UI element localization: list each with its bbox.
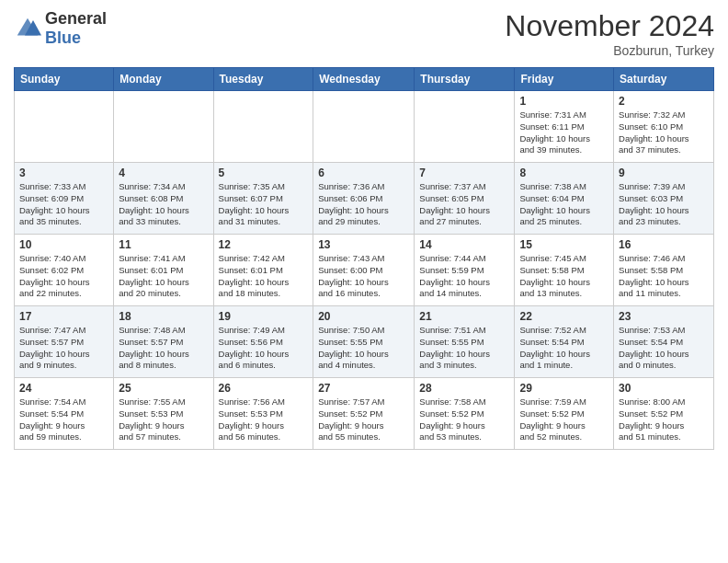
day-info: Sunrise: 7:49 AM Sunset: 5:56 PM Dayligh… [219, 325, 309, 372]
day-info: Sunrise: 7:58 AM Sunset: 5:52 PM Dayligh… [419, 396, 509, 443]
day-number: 12 [219, 238, 309, 251]
day-number: 13 [318, 238, 409, 251]
day-number: 7 [419, 167, 509, 179]
calendar: SundayMondayTuesdayWednesdayThursdayFrid… [14, 67, 714, 450]
weekday-wednesday: Wednesday [313, 68, 415, 91]
day-number: 22 [519, 310, 609, 323]
day-cell: 19Sunrise: 7:49 AM Sunset: 5:56 PM Dayli… [213, 306, 313, 378]
day-cell [313, 91, 415, 163]
day-cell: 27Sunrise: 7:57 AM Sunset: 5:52 PM Dayli… [313, 378, 415, 450]
logo-general: General [45, 9, 107, 29]
day-cell: 7Sunrise: 7:37 AM Sunset: 6:05 PM Daylig… [415, 163, 515, 235]
logo: General Blue [14, 9, 107, 48]
day-info: Sunrise: 7:45 AM Sunset: 5:58 PM Dayligh… [519, 253, 609, 300]
weekday-saturday: Saturday [614, 68, 714, 91]
day-cell: 2Sunrise: 7:32 AM Sunset: 6:10 PM Daylig… [614, 91, 714, 163]
logo-text: General Blue [45, 9, 107, 48]
day-cell: 22Sunrise: 7:52 AM Sunset: 5:54 PM Dayli… [515, 306, 614, 378]
day-number: 30 [619, 382, 709, 395]
day-number: 6 [318, 167, 409, 179]
day-number: 21 [419, 310, 509, 323]
weekday-tuesday: Tuesday [213, 68, 313, 91]
day-number: 19 [219, 310, 309, 323]
day-number: 10 [19, 238, 108, 251]
day-number: 20 [318, 310, 409, 323]
day-number: 27 [318, 382, 409, 395]
weekday-monday: Monday [114, 68, 213, 91]
day-number: 28 [419, 382, 509, 395]
day-cell: 20Sunrise: 7:50 AM Sunset: 5:55 PM Dayli… [313, 306, 415, 378]
day-number: 9 [619, 167, 709, 179]
day-cell: 18Sunrise: 7:48 AM Sunset: 5:57 PM Dayli… [114, 306, 213, 378]
day-info: Sunrise: 7:38 AM Sunset: 6:04 PM Dayligh… [519, 181, 609, 228]
day-info: Sunrise: 7:36 AM Sunset: 6:06 PM Dayligh… [318, 181, 409, 228]
week-row-2: 10Sunrise: 7:40 AM Sunset: 6:02 PM Dayli… [15, 235, 714, 306]
logo-blue: Blue [45, 29, 107, 48]
day-number: 8 [519, 167, 609, 179]
day-number: 5 [219, 167, 309, 179]
day-cell: 21Sunrise: 7:51 AM Sunset: 5:55 PM Dayli… [415, 306, 515, 378]
day-number: 2 [619, 95, 709, 108]
day-info: Sunrise: 8:00 AM Sunset: 5:52 PM Dayligh… [619, 396, 709, 443]
month-title: November 2024 [505, 9, 714, 43]
day-info: Sunrise: 7:32 AM Sunset: 6:10 PM Dayligh… [619, 109, 709, 156]
week-row-4: 24Sunrise: 7:54 AM Sunset: 5:54 PM Dayli… [15, 378, 714, 450]
day-info: Sunrise: 7:50 AM Sunset: 5:55 PM Dayligh… [318, 325, 409, 372]
day-info: Sunrise: 7:37 AM Sunset: 6:05 PM Dayligh… [419, 181, 509, 228]
day-cell [114, 91, 213, 163]
day-cell: 6Sunrise: 7:36 AM Sunset: 6:06 PM Daylig… [313, 163, 415, 235]
day-info: Sunrise: 7:48 AM Sunset: 5:57 PM Dayligh… [119, 325, 208, 372]
day-number: 23 [619, 310, 709, 323]
location: Bozburun, Turkey [505, 43, 714, 58]
day-number: 24 [19, 382, 108, 395]
day-info: Sunrise: 7:39 AM Sunset: 6:03 PM Dayligh… [619, 181, 709, 228]
day-info: Sunrise: 7:47 AM Sunset: 5:57 PM Dayligh… [19, 325, 108, 372]
day-cell: 15Sunrise: 7:45 AM Sunset: 5:58 PM Dayli… [515, 235, 614, 306]
day-info: Sunrise: 7:53 AM Sunset: 5:54 PM Dayligh… [619, 325, 709, 372]
day-number: 16 [619, 238, 709, 251]
day-number: 29 [519, 382, 609, 395]
day-info: Sunrise: 7:42 AM Sunset: 6:01 PM Dayligh… [219, 253, 309, 300]
day-info: Sunrise: 7:31 AM Sunset: 6:11 PM Dayligh… [519, 109, 609, 156]
day-info: Sunrise: 7:54 AM Sunset: 5:54 PM Dayligh… [19, 396, 108, 443]
day-info: Sunrise: 7:51 AM Sunset: 5:55 PM Dayligh… [419, 325, 509, 372]
day-cell: 1Sunrise: 7:31 AM Sunset: 6:11 PM Daylig… [515, 91, 614, 163]
weekday-row: SundayMondayTuesdayWednesdayThursdayFrid… [15, 68, 714, 91]
day-info: Sunrise: 7:43 AM Sunset: 6:00 PM Dayligh… [318, 253, 409, 300]
day-info: Sunrise: 7:35 AM Sunset: 6:07 PM Dayligh… [219, 181, 309, 228]
day-info: Sunrise: 7:57 AM Sunset: 5:52 PM Dayligh… [318, 396, 409, 443]
day-info: Sunrise: 7:41 AM Sunset: 6:01 PM Dayligh… [119, 253, 208, 300]
day-number: 11 [119, 238, 208, 251]
day-cell: 12Sunrise: 7:42 AM Sunset: 6:01 PM Dayli… [213, 235, 313, 306]
day-info: Sunrise: 7:56 AM Sunset: 5:53 PM Dayligh… [219, 396, 309, 443]
day-number: 1 [519, 95, 609, 108]
day-cell: 24Sunrise: 7:54 AM Sunset: 5:54 PM Dayli… [15, 378, 114, 450]
day-cell: 25Sunrise: 7:55 AM Sunset: 5:53 PM Dayli… [114, 378, 213, 450]
day-number: 3 [19, 167, 108, 179]
week-row-1: 3Sunrise: 7:33 AM Sunset: 6:09 PM Daylig… [15, 163, 714, 235]
day-info: Sunrise: 7:34 AM Sunset: 6:08 PM Dayligh… [119, 181, 208, 228]
day-info: Sunrise: 7:44 AM Sunset: 5:59 PM Dayligh… [419, 253, 509, 300]
header: General Blue November 2024 Bozburun, Tur… [14, 9, 714, 58]
day-number: 18 [119, 310, 208, 323]
calendar-body: 1Sunrise: 7:31 AM Sunset: 6:11 PM Daylig… [15, 91, 714, 450]
day-number: 26 [219, 382, 309, 395]
weekday-friday: Friday [515, 68, 614, 91]
week-row-3: 17Sunrise: 7:47 AM Sunset: 5:57 PM Dayli… [15, 306, 714, 378]
page: General Blue November 2024 Bozburun, Tur… [0, 0, 728, 563]
day-number: 15 [519, 238, 609, 251]
day-number: 25 [119, 382, 208, 395]
week-row-0: 1Sunrise: 7:31 AM Sunset: 6:11 PM Daylig… [15, 91, 714, 163]
day-info: Sunrise: 7:59 AM Sunset: 5:52 PM Dayligh… [519, 396, 609, 443]
day-cell [415, 91, 515, 163]
day-cell [213, 91, 313, 163]
day-cell: 23Sunrise: 7:53 AM Sunset: 5:54 PM Dayli… [614, 306, 714, 378]
day-cell: 4Sunrise: 7:34 AM Sunset: 6:08 PM Daylig… [114, 163, 213, 235]
weekday-thursday: Thursday [415, 68, 515, 91]
day-cell: 11Sunrise: 7:41 AM Sunset: 6:01 PM Dayli… [114, 235, 213, 306]
logo-icon [14, 15, 41, 42]
day-cell: 3Sunrise: 7:33 AM Sunset: 6:09 PM Daylig… [15, 163, 114, 235]
day-number: 14 [419, 238, 509, 251]
day-cell: 26Sunrise: 7:56 AM Sunset: 5:53 PM Dayli… [213, 378, 313, 450]
day-info: Sunrise: 7:40 AM Sunset: 6:02 PM Dayligh… [19, 253, 108, 300]
